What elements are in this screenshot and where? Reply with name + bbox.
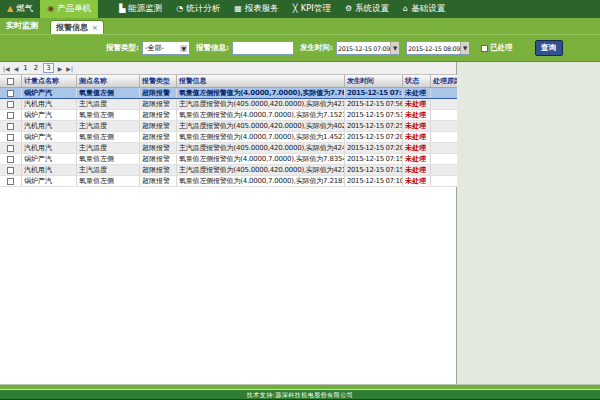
tab-label: 报警信息 xyxy=(56,22,88,33)
menu-label: 系统设置 xyxy=(355,3,389,15)
cell-reason xyxy=(431,176,457,186)
tab-bar: 实时监测 报警信息 × xyxy=(0,18,600,34)
page-number-current[interactable]: 3 xyxy=(43,63,53,73)
row-checkbox[interactable] xyxy=(7,178,14,185)
page-number-1[interactable]: 1 xyxy=(22,64,28,72)
cell-sensor: 氧量值左侧 xyxy=(77,154,140,164)
menu-item-stat-analysis[interactable]: ◔ 统计分析 xyxy=(169,0,227,18)
right-empty-panel xyxy=(458,62,600,384)
cell-reason xyxy=(431,110,457,120)
cell-sensor: 氧量值左侧 xyxy=(77,132,140,142)
alarm-type-select[interactable]: -全部- ▼ xyxy=(142,41,190,55)
select-all-cell xyxy=(0,75,22,87)
table-row[interactable]: 汽机用汽 主汽温度 超限报警 主汽温度报警值为(405.0000,420.000… xyxy=(0,99,457,110)
status-badge: 未处理 xyxy=(403,121,431,131)
handled-checkbox[interactable] xyxy=(481,45,488,52)
status-badge: 未处理 xyxy=(403,154,431,164)
chevron-down-icon: ▼ xyxy=(180,45,187,52)
row-checkbox[interactable] xyxy=(7,123,14,130)
tab-alarm-info[interactable]: 报警信息 × xyxy=(50,20,104,34)
header-status[interactable]: 状态 xyxy=(403,75,431,87)
footer: 技术支持:源深科技机电股份有限公司 xyxy=(0,384,600,400)
row-checkbox[interactable] xyxy=(7,134,14,141)
time-label: 发生时间: xyxy=(300,43,333,53)
checkbox-cell xyxy=(0,143,22,153)
menu-item-gas[interactable]: ▲ 燃气 xyxy=(0,0,40,18)
row-checkbox[interactable] xyxy=(7,156,14,163)
menu-label: KPI管理 xyxy=(301,3,331,15)
cell-point: 锅炉产汽 xyxy=(22,88,77,98)
row-checkbox[interactable] xyxy=(7,145,14,152)
handled-filter: 已处理 xyxy=(481,43,513,53)
status-badge: 未处理 xyxy=(403,88,431,98)
menu-item-report-service[interactable]: ▦ 报表服务 xyxy=(227,0,286,18)
page-last-button[interactable]: ▶| xyxy=(66,65,73,72)
status-badge: 未处理 xyxy=(403,110,431,120)
row-checkbox[interactable] xyxy=(7,112,14,119)
cell-time: 2015-12-15 07:15:09 xyxy=(345,165,403,175)
cell-point: 汽机用汽 xyxy=(22,121,77,131)
table-row[interactable]: 锅炉产汽 氧量值左侧 超限报警 氧量值左侧报警值为(4.0000,7.0000)… xyxy=(0,132,457,143)
top-menu-bar: ▲ 燃气 ◉ 产品单机 ▙ 能源监测 ◔ 统计分析 ▦ 报表服务 ╳ KPI管理… xyxy=(0,0,600,18)
time-from-value: 2015-12-15 07:09 xyxy=(337,45,390,52)
page-number-2[interactable]: 2 xyxy=(33,64,39,72)
select-all-checkbox[interactable] xyxy=(7,78,14,85)
status-badge: 未处理 xyxy=(403,176,431,186)
cell-type: 超限报警 xyxy=(140,121,177,131)
header-info[interactable]: 报警信息 xyxy=(177,75,345,87)
cell-sensor: 主汽温度 xyxy=(77,165,140,175)
table-row[interactable]: 汽机用汽 主汽温度 超限报警 主汽温度报警值为(405.0000,420.000… xyxy=(0,165,457,176)
content-area: |◀ ◀ 1 2 3 ▶ ▶| 计量点名称 测点名称 报警类型 报警信息 发生时… xyxy=(0,62,600,384)
cell-info: 主汽温度报警值为(405.0000,420.0000),实际值为424.4460 xyxy=(177,143,345,153)
header-time[interactable]: 发生时间 xyxy=(345,75,403,87)
status-badge: 未处理 xyxy=(403,99,431,109)
cell-point: 锅炉产汽 xyxy=(22,110,77,120)
time-from-picker[interactable]: 2015-12-15 07:09 ▼ xyxy=(336,41,400,55)
menu-item-base-settings[interactable]: ⌂ 基础设置 xyxy=(396,0,452,18)
cell-time: 2015-12-15 07:56:58 xyxy=(345,88,403,98)
chevron-down-icon[interactable]: ▼ xyxy=(390,42,399,54)
table-row[interactable]: 锅炉产汽 氧量值左侧 超限报警 氧量值左侧报警值为(4.0000,7.0000)… xyxy=(0,110,457,121)
footer-text: 技术支持:源深科技机电股份有限公司 xyxy=(0,390,600,399)
page-next-button[interactable]: ▶ xyxy=(58,65,63,72)
tab-realtime-monitor[interactable]: 实时监测 xyxy=(0,20,44,34)
cell-info: 主汽温度报警值为(405.0000,420.0000),实际值为421.0308 xyxy=(177,99,345,109)
header-reason[interactable]: 处理原因 xyxy=(431,75,457,87)
page-first-button[interactable]: |◀ xyxy=(3,65,10,72)
page-prev-button[interactable]: ◀ xyxy=(14,65,19,72)
cell-reason xyxy=(431,165,457,175)
cell-sensor: 氧量值左侧 xyxy=(77,176,140,186)
alarm-info-input[interactable] xyxy=(232,41,294,55)
table-row[interactable]: 汽机用汽 主汽温度 超限报警 主汽温度报警值为(405.0000,420.000… xyxy=(0,143,457,154)
table-row[interactable]: 锅炉产汽 氧量值左侧 超限报警 氧量值左侧报警值为(4.0000,7.0000)… xyxy=(0,154,457,165)
row-checkbox[interactable] xyxy=(7,167,14,174)
alarm-type-label: 报警类型: xyxy=(106,43,139,53)
grid-icon: ▦ xyxy=(234,5,242,13)
cell-type: 超限报警 xyxy=(140,88,177,98)
table-row[interactable]: 锅炉产汽 氧量值左侧 超限报警 氧量值左侧报警值为(4.0000,7.0000)… xyxy=(0,88,457,99)
table-row[interactable]: 锅炉产汽 氧量值左侧 超限报警 氧量值左侧报警值为(4.0000,7.0000)… xyxy=(0,176,457,187)
table-row[interactable]: 汽机用汽 主汽温度 超限报警 主汽温度报警值为(405.0000,420.000… xyxy=(0,121,457,132)
time-to-picker[interactable]: 2015-12-15 08:09 ▼ xyxy=(406,41,470,55)
menu-item-system-settings[interactable]: ⚙ 系统设置 xyxy=(338,0,396,18)
menu-item-product[interactable]: ◉ 产品单机 xyxy=(40,0,98,18)
row-checkbox[interactable] xyxy=(7,101,14,108)
row-checkbox[interactable] xyxy=(7,90,14,97)
header-sensor[interactable]: 测点名称 xyxy=(77,75,140,87)
cell-point: 汽机用汽 xyxy=(22,99,77,109)
cell-reason xyxy=(431,99,457,109)
chevron-down-icon[interactable]: ▼ xyxy=(460,42,469,54)
chart-icon: ▙ xyxy=(119,5,125,13)
cell-type: 超限报警 xyxy=(140,110,177,120)
cell-time: 2015-12-15 07:10:01 xyxy=(345,176,403,186)
query-button[interactable]: 查询 xyxy=(535,40,563,56)
cell-sensor: 主汽温度 xyxy=(77,143,140,153)
header-point[interactable]: 计量点名称 xyxy=(22,75,77,87)
header-type[interactable]: 报警类型 xyxy=(140,75,177,87)
close-icon[interactable]: × xyxy=(92,24,98,32)
menu-item-energy-monitor[interactable]: ▙ 能源监测 xyxy=(112,0,169,18)
cell-type: 超限报警 xyxy=(140,99,177,109)
menu-item-kpi-manage[interactable]: ╳ KPI管理 xyxy=(286,0,338,18)
cell-reason xyxy=(431,154,457,164)
checkbox-cell xyxy=(0,99,22,109)
